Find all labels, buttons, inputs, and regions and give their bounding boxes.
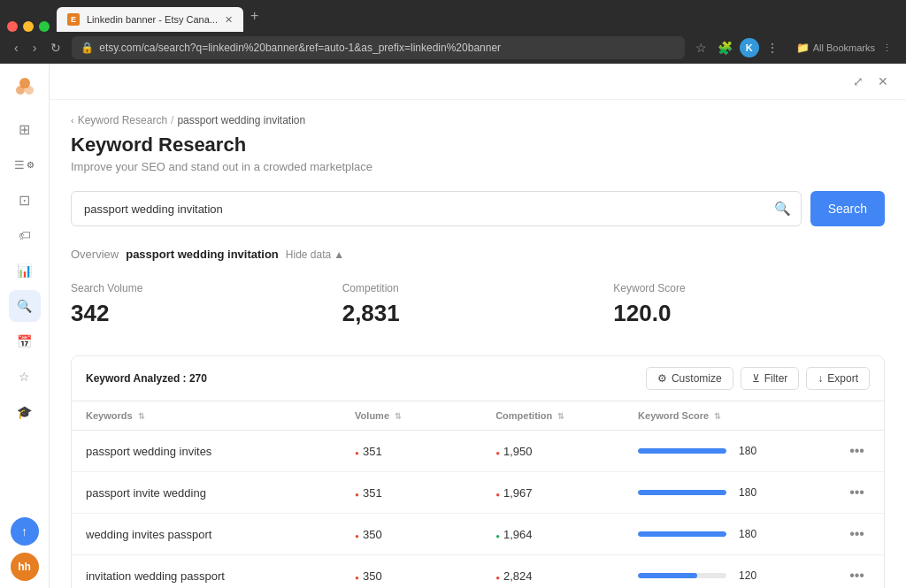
active-browser-tab[interactable]: E Linkedin banner - Etsy Cana... ✕ bbox=[57, 7, 243, 32]
sidebar-item-dashboard[interactable]: ⊞ bbox=[9, 113, 41, 145]
browser-actions: ☆ 🧩 K ⋮ bbox=[692, 37, 782, 58]
upload-button[interactable]: ↑ bbox=[11, 517, 39, 546]
col-header-competition: Competition ⇅ bbox=[481, 401, 624, 431]
competition-dot-icon: ● bbox=[495, 574, 500, 582]
tab-favicon: E bbox=[67, 13, 80, 26]
cell-volume: ●351 bbox=[341, 431, 481, 472]
maximize-traffic-light[interactable] bbox=[39, 21, 50, 32]
keyword-analyzed-label: Keyword Analyzed : bbox=[86, 372, 187, 385]
tab-close-icon[interactable]: ✕ bbox=[225, 14, 233, 26]
cell-keyword: passport wedding invites bbox=[72, 431, 341, 472]
search-input[interactable] bbox=[71, 191, 802, 226]
dashboard-icon: ⊞ bbox=[19, 121, 30, 138]
competition-dot-icon: ● bbox=[495, 491, 500, 499]
sort-competition-icon[interactable]: ⇅ bbox=[557, 412, 564, 421]
search-icon: 🔍 bbox=[17, 299, 32, 313]
score-value: 180 bbox=[739, 486, 756, 499]
sort-score-icon[interactable]: ⇅ bbox=[714, 412, 721, 421]
reload-button[interactable]: ↻ bbox=[47, 37, 65, 58]
hide-data-button[interactable]: Hide data ▲ bbox=[286, 248, 344, 261]
extensions-panel-icon[interactable]: ⋮ bbox=[879, 39, 895, 57]
cell-actions: ••• bbox=[830, 555, 884, 589]
stats-row: Search Volume 342 Competition 2,831 Keyw… bbox=[71, 275, 885, 334]
back-button[interactable]: ‹ bbox=[11, 37, 22, 58]
minimize-traffic-light[interactable] bbox=[23, 21, 34, 32]
score-bar bbox=[638, 573, 697, 578]
customize-button[interactable]: ⚙ Customize bbox=[646, 367, 733, 390]
sidebar-item-favorites[interactable]: ☆ bbox=[9, 361, 41, 393]
new-tab-button[interactable]: + bbox=[243, 8, 265, 24]
filter-icon: ⊻ bbox=[752, 372, 760, 385]
bookmarks-folder-icon: 📁 bbox=[796, 42, 810, 54]
row-more-button[interactable]: ••• bbox=[844, 441, 870, 461]
search-volume-value: 342 bbox=[71, 300, 342, 327]
cell-score: 180 bbox=[624, 514, 830, 555]
search-icon-button[interactable]: 🔍 bbox=[774, 201, 791, 217]
cell-keyword: wedding invites passport bbox=[72, 514, 341, 555]
keywords-table: Keywords ⇅ Volume ⇅ Competition ⇅ bbox=[72, 401, 884, 588]
sidebar-item-calendar[interactable]: 📅 bbox=[9, 325, 41, 357]
close-panel-button[interactable]: ✕ bbox=[874, 71, 892, 92]
filter-button[interactable]: ⊻ Filter bbox=[741, 367, 800, 390]
sidebar-item-menu[interactable]: ☰ ⚙ bbox=[9, 149, 41, 180]
row-more-button[interactable]: ••• bbox=[844, 483, 870, 502]
app-logo-icon bbox=[12, 74, 37, 99]
forward-button[interactable]: › bbox=[29, 37, 41, 58]
cell-score: 180 bbox=[624, 431, 830, 472]
breadcrumb-current: passport wedding invitation bbox=[177, 114, 305, 126]
sidebar-item-courses[interactable]: 🎓 bbox=[9, 396, 41, 428]
keyword-analyzed: Keyword Analyzed : 270 bbox=[86, 372, 207, 385]
row-more-button[interactable]: ••• bbox=[844, 566, 870, 585]
search-volume-label: Search Volume bbox=[71, 282, 342, 294]
score-bar-wrap bbox=[638, 531, 726, 537]
browser-tabs: E Linkedin banner - Etsy Cana... ✕ + bbox=[0, 0, 906, 32]
score-bar-wrap bbox=[638, 573, 726, 578]
table-row: wedding invites passport ●350 ●1,964 180… bbox=[72, 514, 884, 555]
competition-dot-icon: ● bbox=[495, 449, 500, 457]
browser-avatar[interactable]: K bbox=[740, 38, 759, 57]
table-row: passport invite wedding ●351 ●1,967 180 … bbox=[72, 472, 884, 514]
breadcrumb-separator: / bbox=[171, 114, 173, 126]
sidebar-item-tags[interactable]: 🏷 bbox=[9, 219, 41, 251]
sidebar-item-grid[interactable]: ⊡ bbox=[9, 184, 41, 216]
cell-score: 120 bbox=[624, 555, 830, 589]
col-header-actions bbox=[830, 401, 884, 431]
volume-dot-icon: ● bbox=[355, 574, 359, 582]
cell-competition: ●2,824 bbox=[481, 555, 624, 589]
extensions-icon[interactable]: 🧩 bbox=[714, 37, 736, 58]
expand-panel-button[interactable]: ⤢ bbox=[849, 71, 867, 92]
sort-keywords-icon[interactable]: ⇅ bbox=[138, 412, 145, 421]
sidebar-item-search[interactable]: 🔍 bbox=[9, 290, 41, 322]
breadcrumb-parent-link[interactable]: Keyword Research bbox=[78, 114, 167, 126]
score-bar bbox=[638, 490, 726, 495]
bookmarks-label[interactable]: All Bookmarks bbox=[813, 42, 875, 53]
score-bar-wrap bbox=[638, 490, 726, 495]
cell-volume: ●350 bbox=[341, 514, 481, 555]
table-section: Keyword Analyzed : 270 ⚙ Customize ⊻ Fil… bbox=[71, 355, 885, 588]
sort-volume-icon[interactable]: ⇅ bbox=[395, 412, 402, 421]
overview-label: Overview bbox=[71, 248, 119, 261]
export-button[interactable]: ↓ Export bbox=[806, 367, 870, 390]
cell-keyword: passport invite wedding bbox=[72, 472, 341, 514]
address-bar[interactable]: 🔒 etsy.com/ca/search?q=linkedin%20banner… bbox=[72, 36, 684, 59]
panel-header-buttons: ⤢ ✕ bbox=[849, 71, 892, 92]
search-button[interactable]: Search bbox=[810, 191, 885, 226]
app-container: ⊞ ☰ ⚙ ⊡ 🏷 📊 🔍 📅 ☆ 🎓 ↑ bbox=[0, 64, 906, 588]
menu-icon[interactable]: ⋮ bbox=[763, 37, 782, 58]
score-value: 180 bbox=[739, 445, 756, 457]
svg-point-1 bbox=[16, 86, 25, 95]
row-more-button[interactable]: ••• bbox=[844, 524, 870, 544]
table-actions: ⚙ Customize ⊻ Filter ↓ Export bbox=[646, 367, 870, 390]
bookmark-icon[interactable]: ☆ bbox=[692, 37, 710, 58]
page-subtitle: Improve your SEO and stand out in a crow… bbox=[71, 160, 885, 173]
cell-competition: ●1,964 bbox=[481, 514, 624, 555]
user-avatar[interactable]: hh bbox=[11, 553, 39, 581]
table-header-row: Keywords ⇅ Volume ⇅ Competition ⇅ bbox=[72, 401, 884, 431]
cell-actions: ••• bbox=[830, 514, 884, 555]
close-traffic-light[interactable] bbox=[7, 21, 18, 32]
chevron-up-icon: ▲ bbox=[334, 248, 344, 261]
sidebar-item-analytics[interactable]: 📊 bbox=[9, 255, 41, 286]
cell-competition: ●1,967 bbox=[481, 472, 624, 514]
stat-competition: Competition 2,831 bbox=[342, 275, 614, 334]
panel-header: ⤢ ✕ bbox=[50, 64, 906, 100]
